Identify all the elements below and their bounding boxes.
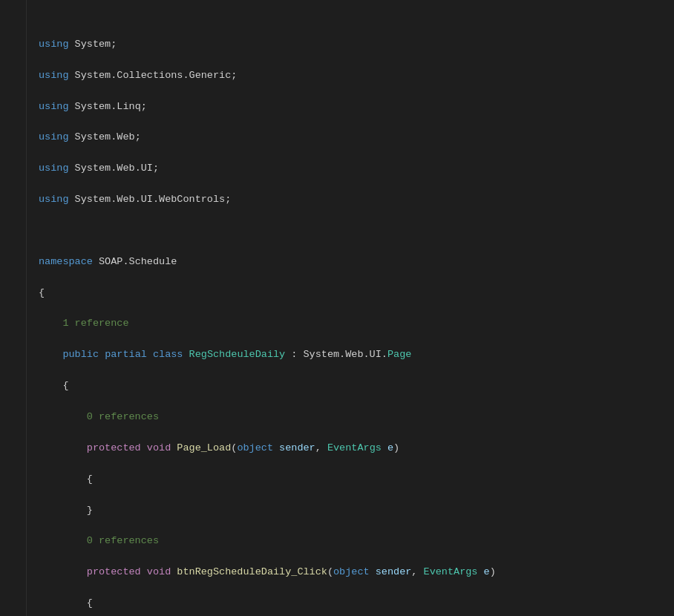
line-numbers: [0, 0, 27, 616]
line-open-btn: {: [39, 596, 674, 612]
line-ref-2: 0 references: [39, 410, 674, 425]
code-editor: using System; using System.Collections.G…: [0, 0, 674, 616]
line-using-webui: using System.Web.UI;: [39, 161, 674, 177]
line-close-pageload: }: [39, 503, 674, 519]
line-open-ns: {: [39, 286, 674, 301]
line-using-web: using System.Web;: [39, 130, 674, 145]
line-namespace: namespace SOAP.Schedule: [39, 255, 674, 270]
line-page-load-sig: protected void Page_Load(object sender, …: [39, 441, 674, 456]
line-using-webcontrols: using System.Web.UI.WebControls;: [39, 192, 674, 208]
line-using-linq: using System.Linq;: [39, 99, 674, 115]
line-open-pageload: {: [39, 472, 674, 488]
line-open-class: {: [39, 379, 674, 394]
line-using-collections: using System.Collections.Generic;: [39, 68, 674, 84]
line-ref-1: 1 reference: [39, 316, 674, 332]
line-using-system: using System;: [39, 37, 674, 53]
line-btn-sig: protected void btnRegScheduleDaily_Click…: [39, 565, 674, 580]
line-blank-1: [39, 223, 674, 239]
code-content: using System; using System.Collections.G…: [27, 0, 674, 616]
line-class-decl: public partial class RegSchdeuleDaily : …: [39, 347, 674, 363]
line-ref-3: 0 references: [39, 534, 674, 549]
